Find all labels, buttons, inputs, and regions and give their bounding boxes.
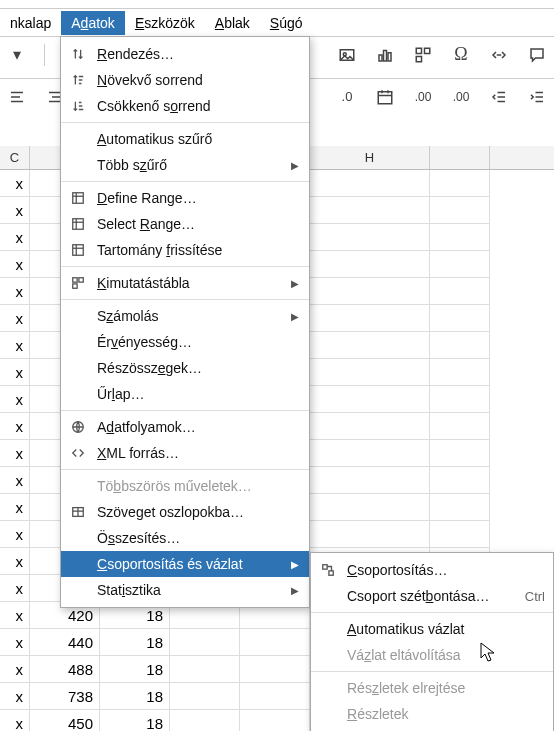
add-decimal-icon[interactable]: .00 [412, 86, 434, 108]
cell[interactable]: 440 [30, 629, 100, 656]
insert-image-icon[interactable] [336, 44, 358, 66]
col-header-c[interactable]: C [0, 146, 30, 169]
cell[interactable] [310, 251, 430, 278]
cell[interactable] [170, 629, 240, 656]
data-menu-item-0[interactable]: Rendezés… [61, 41, 309, 67]
cell[interactable] [170, 656, 240, 683]
data-menu-item-22[interactable]: Szöveget oszlopokba… [61, 499, 309, 525]
data-menu-item-4[interactable]: Automatikus szűrő [61, 126, 309, 152]
cell[interactable]: x [0, 440, 30, 467]
data-menu-item-1[interactable]: Növekvő sorrend [61, 67, 309, 93]
grouping-submenu-item-0[interactable]: Csoportosítás… [311, 557, 553, 583]
cell[interactable]: x [0, 224, 30, 251]
cell[interactable] [430, 386, 490, 413]
number-format-icon[interactable]: .0 [336, 86, 358, 108]
cell[interactable] [310, 278, 430, 305]
data-menu-item-13[interactable]: Számolás▶ [61, 303, 309, 329]
insert-chart-icon[interactable] [374, 44, 396, 66]
menubar-item-sugo[interactable]: Súgó [260, 11, 313, 35]
cell[interactable] [310, 521, 430, 548]
cell[interactable]: x [0, 332, 30, 359]
cell[interactable]: x [0, 197, 30, 224]
cell[interactable] [310, 440, 430, 467]
insert-hyperlink-icon[interactable] [488, 44, 510, 66]
insert-symbol-icon[interactable]: Ω [450, 44, 472, 66]
cell[interactable]: 18 [100, 656, 170, 683]
cell[interactable] [430, 440, 490, 467]
cell[interactable]: x [0, 656, 30, 683]
data-menu-item-18[interactable]: Adatfolyamok… [61, 414, 309, 440]
cell[interactable]: 738 [30, 683, 100, 710]
cell[interactable]: 450 [30, 710, 100, 731]
cell[interactable] [310, 494, 430, 521]
cell[interactable] [430, 359, 490, 386]
cell[interactable] [430, 251, 490, 278]
cell[interactable] [240, 656, 310, 683]
menubar-item-eszkozok[interactable]: Eszközök [125, 11, 205, 35]
cell[interactable]: x [0, 575, 30, 602]
cell[interactable] [310, 386, 430, 413]
cell[interactable]: x [0, 386, 30, 413]
cell[interactable]: 18 [100, 629, 170, 656]
cell[interactable]: x [0, 305, 30, 332]
cell[interactable]: 18 [100, 683, 170, 710]
dropdown-caret-icon[interactable]: ▾ [6, 44, 28, 66]
align-icon[interactable] [6, 86, 28, 108]
cell[interactable] [240, 629, 310, 656]
cell[interactable]: x [0, 278, 30, 305]
cell[interactable] [170, 710, 240, 731]
cell[interactable]: x [0, 629, 30, 656]
cell[interactable] [310, 332, 430, 359]
data-menu-item-7[interactable]: Define Range… [61, 185, 309, 211]
cell[interactable]: x [0, 521, 30, 548]
cell[interactable] [170, 683, 240, 710]
cell[interactable] [430, 224, 490, 251]
data-menu-item-9[interactable]: Tartomány frissítése [61, 237, 309, 263]
cell[interactable]: x [0, 710, 30, 731]
data-menu-item-23[interactable]: Összesítés… [61, 525, 309, 551]
cell[interactable]: x [0, 602, 30, 629]
data-menu-item-16[interactable]: Űrlap… [61, 381, 309, 407]
insert-pivot-icon[interactable] [412, 44, 434, 66]
data-menu-item-24[interactable]: Csoportosítás és vázlat▶ [61, 551, 309, 577]
data-menu-item-5[interactable]: Több szűrő▶ [61, 152, 309, 178]
menubar-item-ablak[interactable]: Ablak [205, 11, 260, 35]
data-menu-item-2[interactable]: Csökkenő sorrend [61, 93, 309, 119]
remove-decimal-icon[interactable]: .00 [450, 86, 472, 108]
data-menu-item-19[interactable]: XML forrás… [61, 440, 309, 466]
cell[interactable]: x [0, 494, 30, 521]
cell[interactable] [240, 710, 310, 731]
cell[interactable] [310, 413, 430, 440]
date-format-icon[interactable] [374, 86, 396, 108]
cell[interactable]: 488 [30, 656, 100, 683]
cell[interactable]: x [0, 548, 30, 575]
cell[interactable] [310, 305, 430, 332]
cell[interactable] [310, 467, 430, 494]
data-menu-item-8[interactable]: Select Range… [61, 211, 309, 237]
data-menu-item-11[interactable]: Kimutatástábla▶ [61, 270, 309, 296]
cell[interactable] [310, 224, 430, 251]
data-menu-item-25[interactable]: Statisztika▶ [61, 577, 309, 603]
cell[interactable] [430, 332, 490, 359]
cell[interactable] [430, 521, 490, 548]
cell[interactable] [430, 305, 490, 332]
data-menu-item-15[interactable]: Részösszegek… [61, 355, 309, 381]
cell[interactable] [430, 467, 490, 494]
cell[interactable]: x [0, 251, 30, 278]
cell[interactable]: 18 [100, 710, 170, 731]
menubar-item-adatok[interactable]: Adatok [61, 11, 125, 35]
cell[interactable] [430, 197, 490, 224]
cell[interactable] [430, 494, 490, 521]
data-menu-item-14[interactable]: Érvényesség… [61, 329, 309, 355]
col-header-h[interactable]: H [310, 146, 430, 169]
menubar-item-munkalap[interactable]: nkalap [0, 11, 61, 35]
cell[interactable] [310, 197, 430, 224]
cell[interactable] [240, 683, 310, 710]
cell[interactable] [430, 413, 490, 440]
cell[interactable] [310, 359, 430, 386]
cell[interactable]: x [0, 170, 30, 197]
insert-comment-icon[interactable] [526, 44, 548, 66]
cell[interactable]: x [0, 359, 30, 386]
cell[interactable] [430, 278, 490, 305]
grouping-submenu-item-1[interactable]: Csoport szétbontása…Ctrl [311, 583, 553, 609]
